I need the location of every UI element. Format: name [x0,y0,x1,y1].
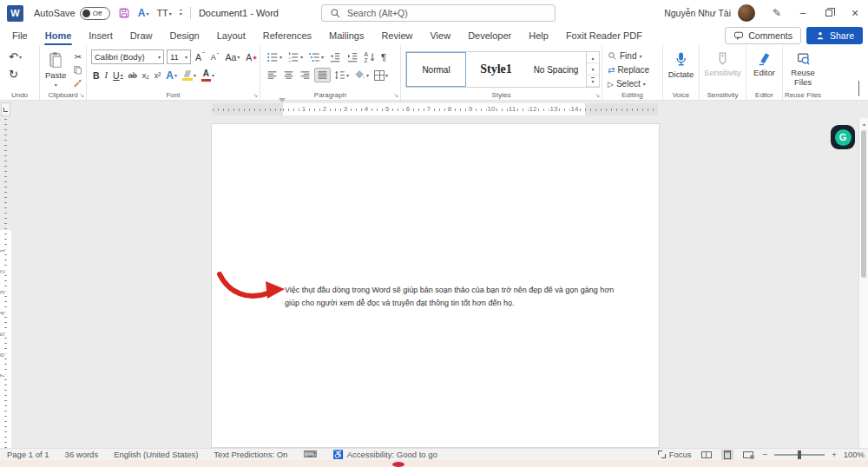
font-color-button[interactable]: A▾ [200,68,216,82]
format-painter-button[interactable] [71,77,84,89]
font-size-field[interactable]: 11▾ [167,49,191,64]
align-left-button[interactable] [265,68,279,82]
tab-home[interactable]: Home [36,26,81,45]
tab-insert[interactable]: Insert [80,26,122,45]
scrollbar-thumb[interactable] [861,130,866,278]
zoom-slider-handle[interactable] [798,451,801,459]
search-box[interactable]: Search (Alt+Q) [321,4,556,22]
select-button[interactable]: ▷Select▾ [608,77,662,90]
draw-pen-button[interactable]: ✎ [764,0,790,26]
save-button[interactable] [118,7,130,19]
web-layout-button[interactable] [740,451,756,459]
paste-button[interactable]: Paste ▾ [42,49,69,90]
styles-dialog-launcher[interactable]: ↘ [595,92,600,98]
word-logo[interactable]: W [7,5,23,22]
styles-scroll-down[interactable]: ▾ [587,63,599,75]
tab-stop-selector[interactable] [1,102,10,116]
cut-button[interactable]: ✂ [71,51,84,62]
tab-view[interactable]: View [421,26,459,45]
avatar[interactable] [738,4,755,22]
paragraph-line-1[interactable]: Việc thụt đầu dòng trong Word sẽ giúp bả… [285,286,614,294]
decrease-indent-button[interactable] [327,49,343,64]
zoom-slider[interactable] [774,454,825,456]
zoom-out-button[interactable]: − [763,450,768,459]
qat-customize-button[interactable]: ▾ [180,10,182,16]
read-mode-button[interactable] [699,451,714,459]
tab-mailings[interactable]: Mailings [320,26,372,45]
tab-file[interactable]: File [3,26,36,45]
dictate-button[interactable]: Dictate [665,49,698,90]
text-predictions-status[interactable]: Text Predictions: On [214,450,287,459]
clear-formatting-button[interactable]: A◆ [244,49,259,64]
styles-scroll-up[interactable]: ▴ [587,52,599,63]
word-count[interactable]: 36 words [65,450,99,459]
highlight-button[interactable]: ▾ [181,68,198,82]
user-name[interactable]: Nguyễn Như Tài [664,8,731,18]
line-spacing-button[interactable]: ▾ [332,68,351,82]
italic-button[interactable]: I [103,68,110,82]
tab-layout[interactable]: Layout [208,26,254,45]
print-layout-button[interactable] [721,450,733,460]
multilevel-list-button[interactable]: ▾ [306,49,326,64]
align-right-button[interactable] [298,68,312,82]
replace-button[interactable]: ⇄Replace [608,63,662,76]
restore-button[interactable] [816,0,842,26]
collapse-ribbon-button[interactable] [858,81,859,96]
tab-design[interactable]: Design [161,26,207,45]
bullets-button[interactable]: ▾ [265,49,284,64]
styles-more-button[interactable]: ▾ [587,76,599,87]
style-normal[interactable]: Normal [406,52,466,87]
undo-button[interactable]: ↶▾ [7,49,23,64]
tab-review[interactable]: Review [372,26,421,45]
tab-references[interactable]: References [254,26,320,45]
autosave-control[interactable]: AutoSave Off [34,7,110,20]
qat-font-button[interactable]: A▾ [138,7,149,19]
font-name-field[interactable]: Calibri (Body)▾ [91,49,164,64]
grow-font-button[interactable]: Aˆ [194,49,207,64]
justify-button[interactable] [314,68,331,82]
tab-developer[interactable]: Developer [459,26,520,45]
horizontal-ruler[interactable]: 1 2 3 4 5 6 7 8 9 10 11 12 13 14 [283,103,585,115]
qat-case-button[interactable]: TT▾ [156,8,171,18]
numbering-button[interactable]: ▾ [286,49,305,64]
paragraph-dialog-launcher[interactable]: ↘ [393,92,398,98]
change-case-button[interactable]: Aa▾ [223,49,241,64]
strikethrough-button[interactable]: ab [127,68,139,82]
align-center-button[interactable] [281,68,296,82]
superscript-button[interactable]: x² [153,68,163,82]
page-count[interactable]: Page 1 of 1 [7,450,49,459]
sort-button[interactable] [362,49,378,64]
borders-button[interactable]: ▾ [372,68,390,82]
editor-button[interactable]: Editor [750,49,779,90]
font-dialog-launcher[interactable]: ↘ [253,92,258,98]
tab-foxit-reader-pdf[interactable]: Foxit Reader PDF [557,26,651,45]
redo-button[interactable]: ↻ [7,67,20,82]
increase-indent-button[interactable] [345,49,360,64]
zoom-in-button[interactable]: + [832,450,837,459]
style-no-spacing[interactable]: No Spacing [526,52,586,87]
bold-button[interactable]: B [91,68,102,82]
text-effects-button[interactable]: A▾ [164,68,179,82]
accessibility-status[interactable]: ♿ Accessibility: Good to go [332,450,437,459]
focus-button[interactable]: Focus [658,450,692,459]
style-style1[interactable]: Style1 [466,52,526,87]
subscript-button[interactable]: x₂ [141,68,151,82]
close-button[interactable]: × [842,0,868,26]
share-button[interactable]: Share [806,27,863,44]
grammarly-widget[interactable]: G [831,125,855,149]
autosave-toggle[interactable]: Off [80,7,110,20]
language-status[interactable]: English (United States) [114,450,198,459]
clipboard-dialog-launcher[interactable]: ↘ [79,92,84,98]
shading-button[interactable]: ▾ [352,68,371,82]
keyboard-icon[interactable]: ⌨ [303,449,317,460]
vertical-scrollbar[interactable]: ▴ [858,118,868,448]
paragraph-line-2[interactable]: giúp cho người xem dễ đọc và truyền đạt … [285,299,515,307]
comments-button[interactable]: Comments [725,27,801,44]
tab-help[interactable]: Help [520,26,557,45]
copy-button[interactable] [71,64,84,76]
zoom-level[interactable]: 100% [844,450,865,459]
shrink-font-button[interactable]: Aˇ [209,49,221,64]
reuse-files-button[interactable]: Reuse Files [787,49,818,90]
tab-draw[interactable]: Draw [122,26,161,45]
underline-button[interactable]: U▾ [111,68,125,82]
